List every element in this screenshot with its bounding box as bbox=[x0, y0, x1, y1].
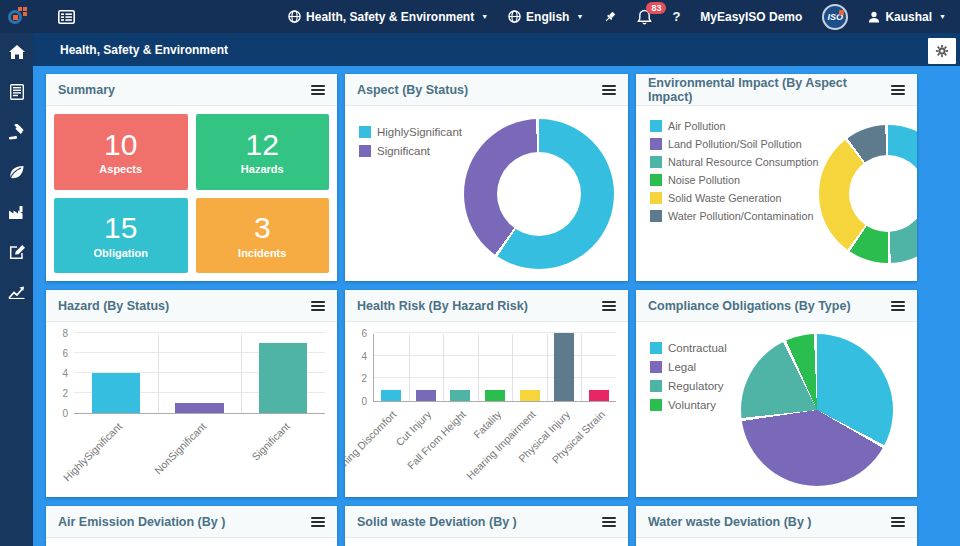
help-button[interactable]: ? bbox=[672, 9, 680, 24]
summary-tile-aspects[interactable]: 10 Aspects bbox=[54, 114, 188, 190]
sidebar-item-performance[interactable] bbox=[8, 283, 26, 301]
x-axis-label: Physical Strain bbox=[581, 402, 616, 474]
pin-button[interactable] bbox=[603, 10, 617, 24]
notifications-button[interactable]: 83 bbox=[637, 9, 652, 25]
sidebar-item-documents[interactable] bbox=[8, 83, 26, 101]
panel-menu-icon[interactable] bbox=[602, 82, 616, 98]
legend-label: Natural Resource Consumption bbox=[668, 156, 819, 168]
navbar-right: Health, Safety & Environment ▼ English ▼… bbox=[288, 4, 960, 30]
panel-title: Aspect (By Status) bbox=[357, 83, 468, 97]
panel-solid-waste-header: Solid waste Deviation (By ) bbox=[345, 506, 628, 538]
bar-slot bbox=[478, 334, 513, 401]
tile-label: Incidents bbox=[238, 247, 286, 259]
legend-swatch bbox=[650, 210, 662, 222]
health-risk-bar-chart: 0246Breathing DiscomfortCut InjuryFall F… bbox=[353, 334, 616, 474]
iso-logo: ISO bbox=[822, 4, 848, 30]
panel-menu-icon[interactable] bbox=[311, 82, 325, 98]
notification-badge: 83 bbox=[646, 2, 666, 15]
panel-aspect-status: Aspect (By Status) HighlySignificantSign… bbox=[345, 74, 628, 281]
page-header-bar: Health, Safety & Environment bbox=[33, 33, 960, 66]
env-impact-donut-chart bbox=[819, 125, 917, 263]
panel-compliance: Compliance Obligations (By Type) Contrac… bbox=[636, 290, 917, 497]
panel-env-header: Environmental Impact (By Aspect Impact) bbox=[636, 74, 917, 106]
panel-title: Solid waste Deviation (By ) bbox=[357, 515, 517, 529]
bar-slot bbox=[158, 334, 242, 413]
summary-tiles: 10 Aspects 12 Hazards 15 Obligation 3 In… bbox=[46, 106, 337, 281]
panel-health-body: 0246Breathing DiscomfortCut InjuryFall F… bbox=[345, 322, 628, 497]
panel-title: Water waste Deviation (By ) bbox=[648, 515, 811, 529]
panel-menu-icon[interactable] bbox=[602, 298, 616, 314]
bar bbox=[554, 333, 574, 401]
panel-title: Hazard (By Status) bbox=[58, 299, 169, 313]
dashboard-grid: Summary 10 Aspects 12 Hazards 15 Obligat… bbox=[46, 74, 960, 546]
panel-menu-icon[interactable] bbox=[311, 514, 325, 530]
globe-icon bbox=[508, 10, 521, 23]
panel-solid-waste-body bbox=[345, 538, 628, 546]
panel-title: Environmental Impact (By Aspect Impact) bbox=[648, 76, 891, 104]
help-label: ? bbox=[672, 9, 680, 24]
gridline bbox=[74, 332, 325, 333]
legend-item: Land Pollution/Soil Pollution bbox=[650, 138, 819, 150]
x-axis-labels: HighlySignificantNonSignificantSignifica… bbox=[74, 414, 325, 486]
tile-value: 10 bbox=[104, 129, 137, 161]
summary-tile-obligation[interactable]: 15 Obligation bbox=[54, 198, 188, 274]
y-axis-tick: 4 bbox=[62, 368, 68, 380]
panel-compliance-body: ContractualLegalRegulatoryVoluntary bbox=[636, 322, 917, 497]
sidebar-item-environment[interactable] bbox=[8, 163, 26, 181]
panel-menu-icon[interactable] bbox=[891, 514, 905, 530]
y-axis: 02468 bbox=[54, 334, 70, 414]
module-dropdown-label: Health, Safety & Environment bbox=[306, 10, 474, 24]
sidebar-item-gavel[interactable] bbox=[8, 123, 26, 141]
legend-swatch bbox=[359, 145, 371, 157]
panel-water-waste-body bbox=[636, 538, 917, 546]
panel-summary-body: 10 Aspects 12 Hazards 15 Obligation 3 In… bbox=[46, 106, 337, 281]
dashboard-content: Summary 10 Aspects 12 Hazards 15 Obligat… bbox=[33, 66, 960, 546]
x-axis-labels: Breathing DiscomfortCut InjuryFall From … bbox=[373, 402, 616, 474]
legend-label: Voluntary bbox=[668, 399, 716, 411]
settings-button[interactable] bbox=[928, 38, 956, 64]
legend-label: Solid Waste Generation bbox=[668, 192, 782, 204]
legend-item: Solid Waste Generation bbox=[650, 192, 819, 204]
app-logo[interactable] bbox=[0, 0, 34, 33]
y-axis-tick: 0 bbox=[361, 396, 367, 408]
panel-hazard-header: Hazard (By Status) bbox=[46, 290, 337, 322]
panel-water-waste: Water waste Deviation (By ) bbox=[636, 506, 917, 546]
legend-item: HighlySignificant bbox=[359, 126, 462, 138]
panel-menu-icon[interactable] bbox=[602, 514, 616, 530]
aspect-donut-chart bbox=[464, 119, 614, 269]
aspect-legend: HighlySignificantSignificant bbox=[359, 126, 462, 157]
sidebar-toggle-icon[interactable] bbox=[58, 10, 75, 24]
panel-menu-icon[interactable] bbox=[311, 298, 325, 314]
tile-value: 15 bbox=[104, 212, 137, 244]
user-dropdown[interactable]: Kaushal ▼ bbox=[868, 10, 946, 24]
bar bbox=[589, 390, 609, 401]
legend-swatch bbox=[650, 399, 662, 411]
sidebar-item-operations[interactable] bbox=[8, 203, 26, 221]
y-axis-tick: 6 bbox=[62, 348, 68, 360]
y-axis: 0246 bbox=[353, 334, 369, 402]
bar-slot bbox=[409, 334, 444, 401]
brand-label: MyEasyISO Demo bbox=[700, 10, 802, 24]
legend-swatch bbox=[359, 126, 371, 138]
panel-title: Compliance Obligations (By Type) bbox=[648, 299, 851, 313]
legend-item: Legal bbox=[650, 361, 727, 373]
summary-tile-hazards[interactable]: 12 Hazards bbox=[196, 114, 330, 190]
legend-item: Significant bbox=[359, 145, 462, 157]
bar-slot bbox=[374, 334, 409, 401]
x-axis-label: NonSignificant bbox=[158, 414, 242, 486]
bar-slot bbox=[74, 334, 158, 413]
module-dropdown[interactable]: Health, Safety & Environment ▼ bbox=[288, 10, 488, 24]
compliance-pie-chart bbox=[741, 334, 893, 486]
panel-menu-icon[interactable] bbox=[891, 82, 905, 98]
sidebar-item-home[interactable] bbox=[8, 43, 26, 61]
sidebar-item-edit[interactable] bbox=[8, 243, 26, 261]
panel-menu-icon[interactable] bbox=[891, 298, 905, 314]
chevron-down-icon: ▼ bbox=[939, 13, 946, 20]
panel-summary: Summary 10 Aspects 12 Hazards 15 Obligat… bbox=[46, 74, 337, 281]
language-dropdown[interactable]: English ▼ bbox=[508, 10, 583, 24]
hazard-status-plot-area: 02468 bbox=[54, 334, 325, 414]
legend-label: Air Pollution bbox=[668, 120, 726, 132]
y-axis-tick: 2 bbox=[62, 388, 68, 400]
summary-tile-incidents[interactable]: 3 Incidents bbox=[196, 198, 330, 274]
legend-label: HighlySignificant bbox=[377, 126, 462, 138]
